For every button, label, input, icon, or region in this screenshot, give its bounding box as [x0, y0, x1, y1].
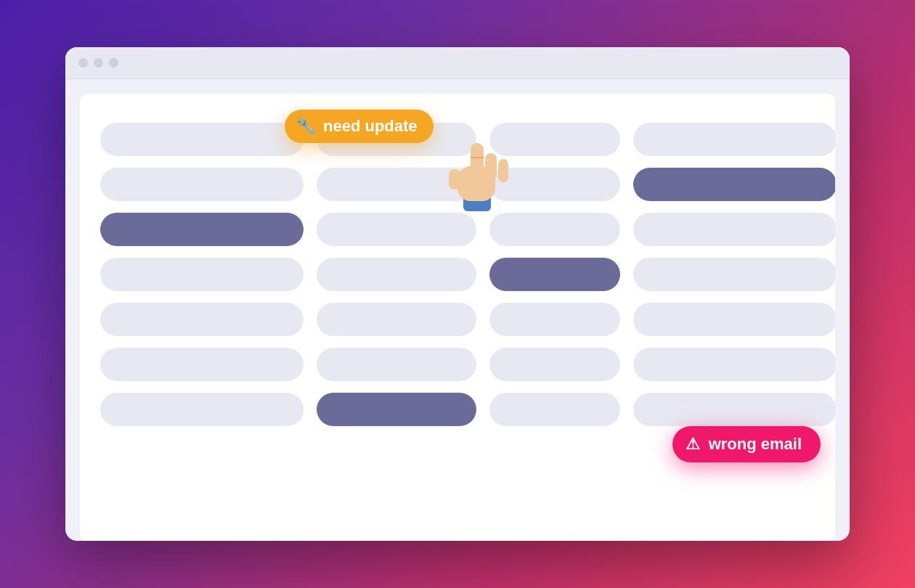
cell-pill: [633, 213, 835, 246]
table-row: [100, 258, 815, 291]
cell-pill: [100, 123, 304, 156]
cell-pill: [633, 123, 835, 156]
browser-content: 🔧 need update: [80, 94, 835, 541]
cell-pill: [633, 393, 835, 426]
cell-pill: [633, 348, 835, 381]
cell-pill: [489, 393, 620, 426]
cell-pill: [489, 213, 620, 246]
cell-pill: [489, 348, 620, 381]
table-row: [100, 123, 815, 156]
need-update-badge[interactable]: 🔧 need update: [285, 110, 434, 143]
cell-pill: [633, 303, 835, 336]
cell-pill: [317, 393, 476, 426]
traffic-light-red: [78, 58, 88, 68]
cell-pill: [100, 303, 304, 336]
cell-pill: [100, 168, 304, 201]
titlebar: [65, 47, 850, 79]
cell-pill: [489, 303, 620, 336]
table-row: [100, 348, 815, 381]
wrong-email-label: wrong email: [709, 435, 802, 454]
cell-pill: [489, 123, 620, 156]
traffic-light-yellow: [94, 58, 103, 68]
cell-pill: [633, 168, 835, 201]
cell-pill: [317, 303, 476, 336]
cell-pill: [100, 393, 304, 426]
cell-pill: [633, 258, 835, 291]
cell-pill: [100, 213, 304, 246]
cell-pill: [100, 258, 304, 291]
cell-pill: [317, 168, 476, 201]
warning-icon: ⚠: [686, 435, 700, 454]
traffic-light-green: [109, 58, 118, 68]
wrong-email-badge[interactable]: ⚠ wrong email: [672, 426, 821, 462]
browser-window: 🔧 need update: [65, 47, 850, 541]
cell-pill: [100, 348, 304, 381]
wrench-icon: 🔧: [296, 117, 316, 136]
need-update-label: need update: [323, 117, 418, 136]
table-row: [100, 393, 815, 426]
cell-pill: [489, 168, 620, 201]
cell-pill: [317, 348, 476, 381]
table-row: [100, 303, 815, 336]
table-row: [100, 213, 815, 246]
data-grid: [100, 115, 815, 426]
cell-pill: [317, 213, 476, 246]
cell-pill: [489, 258, 620, 291]
table-row: [100, 168, 815, 201]
cell-pill: [317, 258, 476, 291]
